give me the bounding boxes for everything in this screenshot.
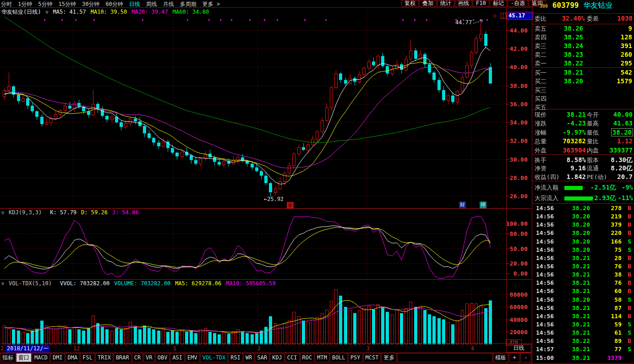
date-axis: 2 2018/11/12/一 121234	[0, 343, 531, 353]
indicator-button[interactable]: ASI	[170, 353, 185, 362]
weicha-label: 委差	[587, 15, 599, 23]
quote-label: 外盘	[535, 147, 547, 155]
bid-level-label: 买二	[535, 77, 547, 86]
volume-chart-canvas[interactable]	[0, 287, 531, 344]
indicator-button[interactable]: BOLL	[330, 353, 348, 362]
template-button[interactable]: 模板	[493, 353, 508, 362]
quote-value: 41.63	[613, 120, 633, 127]
bid-row[interactable]: 买三	[532, 86, 634, 94]
tick-time: 14:56	[536, 279, 554, 286]
indicator-button[interactable]: MTM	[315, 353, 329, 362]
indicator-button[interactable]: 窗口	[16, 353, 32, 362]
kdj-legend-item: K: 57.79	[50, 209, 77, 216]
tick-list[interactable]: 14:56 38.20 278 B 14:56 38.20 219 B 14:5…	[532, 204, 634, 362]
bid-row[interactable]: 买四	[532, 94, 634, 103]
vol-legend-item: MA10: 505605.59	[226, 280, 275, 287]
chart-tool-button[interactable]: 叠加	[419, 0, 437, 7]
vol-legend-item: VVOL: 703282.00	[60, 280, 109, 287]
indicator-button[interactable]: VR	[143, 353, 154, 362]
quote-label: 最低	[587, 129, 599, 137]
money-flow-row: 净流入额 -2.51亿 -9%	[532, 182, 634, 193]
indicator-button[interactable]: TRIX	[95, 353, 113, 362]
month-label: 12	[73, 345, 80, 352]
quote-row: 涨幅 -9.97% 最低 38.20	[532, 128, 634, 137]
tick-time: 14:56	[536, 321, 554, 328]
quote-row: 涨跌 -4.23 最高 41.63	[532, 119, 634, 128]
ask-volume: 295	[621, 60, 632, 67]
finance-report-badge[interactable]: 财	[459, 201, 466, 208]
indicator-button[interactable]: SAR	[255, 353, 269, 362]
tick-price: 38.21	[572, 263, 590, 270]
ask-row[interactable]: 卖四 38.25 128	[532, 33, 634, 42]
pane-minus-button[interactable]: -	[520, 353, 531, 362]
ask-price: 38.22	[564, 60, 583, 67]
indicator-button[interactable]: ROC	[300, 353, 315, 362]
quote-row: 总量 703282 量比 1.12	[532, 137, 634, 146]
indicator-button[interactable]: MCST	[363, 353, 381, 362]
month-label: 4	[471, 345, 474, 352]
kdj-legend-item: J: 54.86	[112, 209, 139, 216]
chart-tool-button[interactable]: 复权	[401, 0, 419, 7]
indicator-button[interactable]: MACD	[32, 353, 50, 362]
split-window-icon[interactable]	[501, 13, 506, 19]
fundamental-value: 1.842	[567, 173, 586, 180]
vol-title: VOL-TDX(5,10)	[9, 280, 52, 287]
quote-value: 339377	[609, 147, 633, 154]
tdx-trading-screen: 分时1分钟5分钟15分钟30分钟60分钟日线周线月线多周期更多 > 复权叠加统计…	[0, 0, 634, 364]
indicator-button[interactable]: 指标	[0, 353, 16, 362]
ask-row[interactable]: 卖五 38.26 9	[532, 24, 634, 33]
tick-volume: 219	[611, 213, 622, 220]
chart-tool-button[interactable]: -自选	[508, 0, 528, 7]
ask-volume: 260	[621, 51, 632, 58]
indicator-button[interactable]: OBV	[155, 353, 170, 362]
tick-price: 38.20	[572, 229, 590, 236]
tick-row: 14:56 38.21 38 B	[532, 271, 634, 279]
tick-volume: 61	[614, 329, 622, 336]
indicator-button[interactable]: VOL-TDX	[200, 353, 228, 362]
bid-row[interactable]: 买一 38.21 542	[532, 68, 634, 77]
collapse-icon[interactable]: ▽	[1, 281, 4, 286]
indicator-button[interactable]: BRAR	[114, 353, 131, 362]
date-axis-edge: 2	[0, 345, 4, 352]
kdj-divider	[0, 208, 531, 209]
indicator-button[interactable]: RSI	[228, 353, 243, 362]
chart-tool-button[interactable]: F10	[473, 0, 489, 7]
tick-row: 14:56 38.21 59 S	[532, 321, 634, 329]
ask-row[interactable]: 卖三 38.24 391	[532, 42, 634, 50]
indicator-button[interactable]: FSL	[80, 353, 95, 362]
indicator-button[interactable]: 更多	[381, 353, 397, 362]
tick-row: 14:56 38.22 89 B	[532, 337, 634, 345]
indicator-button[interactable]: KDJ	[270, 353, 284, 362]
halt-badge[interactable]: 停	[480, 201, 486, 208]
chart-tool-button[interactable]: 画线	[455, 0, 472, 7]
chart-tool-button[interactable]: 标记	[490, 0, 507, 7]
indicator-button[interactable]: EMV	[185, 353, 200, 362]
indicator-button[interactable]: CR	[132, 353, 143, 362]
tick-direction: B	[628, 279, 631, 286]
fundamental-value: 9.16	[570, 164, 586, 172]
diamond-marker-icon[interactable]: ◇	[493, 12, 497, 19]
ask-price: 38.25	[564, 33, 583, 41]
indicator-button[interactable]: CCI	[285, 353, 300, 362]
tick-row: 14:56 38.20 278 B	[532, 204, 634, 212]
collapse-icon[interactable]: ▽	[1, 210, 4, 215]
indicator-button[interactable]: DMA	[66, 353, 80, 362]
kdj-chart-canvas[interactable]	[0, 215, 531, 279]
indicator-button[interactable]: PSY	[348, 353, 363, 362]
fundamental-value: 8.30亿	[611, 156, 633, 164]
indicator-button[interactable]: WR	[243, 353, 254, 362]
ask-row[interactable]: 卖一 38.22 295	[532, 59, 634, 68]
chart-tool-button[interactable]: 统计	[437, 0, 454, 7]
ask-volume: 9	[629, 25, 632, 32]
indicator-button[interactable]: DMI	[50, 353, 65, 362]
bid-price: 38.21	[564, 69, 583, 76]
tick-direction: B	[628, 205, 631, 212]
tick-direction: S	[628, 346, 631, 353]
pane-plus-button[interactable]: +	[509, 353, 520, 362]
ask-row[interactable]: 卖二 38.23 260	[532, 50, 634, 59]
tick-volume: 114	[611, 313, 622, 320]
tick-price: 38.22	[572, 337, 590, 344]
bid-row[interactable]: 买二 38.20 1579	[532, 77, 634, 86]
quote-value: 40.00	[613, 111, 633, 118]
main-chart-canvas[interactable]	[0, 7, 531, 208]
